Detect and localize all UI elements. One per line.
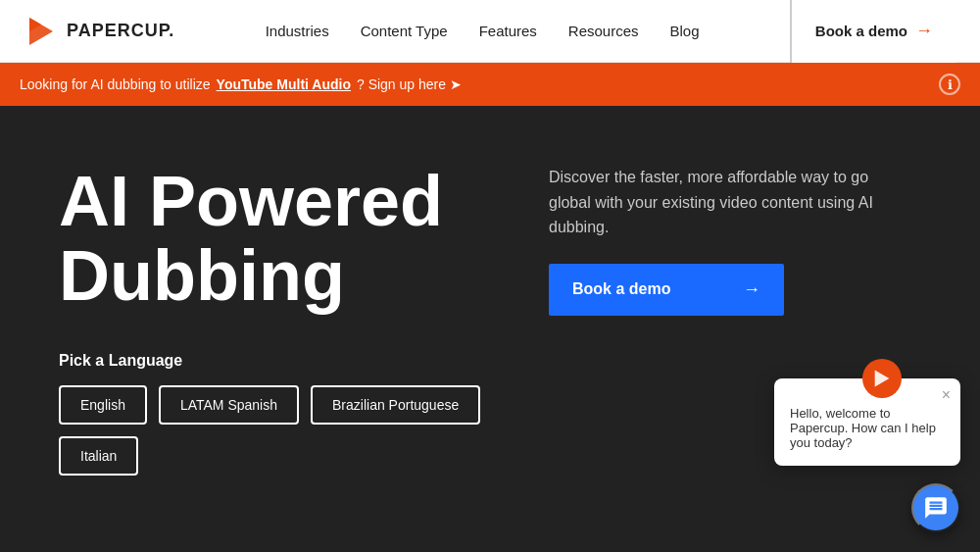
chat-close-icon[interactable]: × (942, 386, 951, 404)
book-demo-nav-button[interactable]: Book a demo → (790, 0, 956, 63)
promo-banner: Looking for AI dubbing to utilize YouTub… (0, 63, 980, 106)
logo-text: PAPERCUP. (67, 21, 174, 41)
lang-btn-latam-spanish[interactable]: LATAM Spanish (159, 385, 299, 425)
lang-btn-brazilian-portuguese[interactable]: Brazilian Portuguese (311, 385, 480, 425)
chat-card: × Hello, welcome to Papercup. How can I … (774, 378, 960, 466)
hero-description: Discover the faster, more affordable way… (549, 165, 882, 240)
lang-btn-italian[interactable]: Italian (59, 436, 138, 476)
banner-text: Looking for AI dubbing to utilize YouTub… (20, 76, 462, 92)
banner-prefix: Looking for AI dubbing to utilize (20, 76, 211, 92)
nav-link-features[interactable]: Features (479, 23, 537, 39)
book-demo-arrow-icon: → (743, 279, 760, 300)
chat-greeting: Hello, welcome to Papercup. How can I he… (790, 406, 945, 450)
chat-container: × Hello, welcome to Papercup. How can I … (774, 378, 960, 532)
nav-link-blog[interactable]: Blog (670, 23, 700, 39)
hero-right: Discover the faster, more affordable way… (549, 165, 921, 316)
nav-link-industries[interactable]: Industries (266, 23, 329, 39)
book-demo-hero-button[interactable]: Book a demo → (549, 264, 784, 316)
nav-link-content-type[interactable]: Content Type (361, 23, 448, 39)
banner-info-icon[interactable]: ℹ (939, 74, 960, 95)
lang-btn-english[interactable]: English (59, 385, 147, 425)
navigation: PAPERCUP. Industries Content Type Featur… (0, 0, 980, 63)
language-buttons: English LATAM Spanish Brazilian Portugue… (59, 385, 549, 476)
lang-label: Pick a Language (59, 352, 549, 370)
svg-marker-2 (875, 370, 890, 386)
nav-links: Industries Content Type Features Resourc… (266, 23, 700, 39)
hero-left: AI Powered Dubbing Pick a Language Engli… (59, 165, 549, 476)
cta-arrow-icon: → (915, 21, 933, 41)
hero-section: AI Powered Dubbing Pick a Language Engli… (0, 106, 980, 552)
nav-cta-wrap: Book a demo → (790, 0, 956, 63)
logo[interactable]: PAPERCUP. (24, 14, 174, 49)
banner-suffix: ? Sign up here ➤ (357, 76, 462, 92)
banner-link[interactable]: YouTube Multi Audio (217, 76, 351, 92)
hero-title: AI Powered Dubbing (59, 165, 549, 313)
chat-widget-button[interactable] (911, 483, 960, 532)
nav-link-resources[interactable]: Resources (568, 23, 639, 39)
